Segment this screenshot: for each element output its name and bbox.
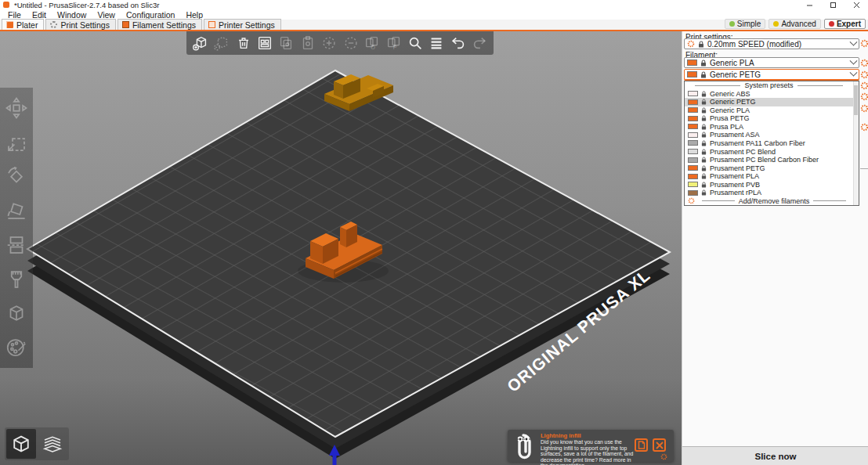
filament-5-gear-button[interactable] — [860, 104, 868, 113]
settings-panel: Print settings: 0.20mm SPEED (modified) … — [682, 31, 868, 465]
tab-plater[interactable]: Plater — [2, 19, 44, 30]
lock-icon — [700, 71, 707, 78]
filament-preset-item[interactable]: Prusament rPLA — [685, 189, 853, 197]
filament-2-gear-button[interactable] — [860, 70, 868, 79]
open-documentation-button[interactable] — [635, 438, 648, 452]
tab-filament-settings[interactable]: Filament Settings — [118, 19, 202, 30]
lock-icon — [701, 173, 707, 179]
filament-color-swatch — [688, 116, 698, 121]
paste-button[interactable] — [298, 34, 317, 52]
place-on-face-gizmo-button[interactable] — [4, 198, 29, 223]
filament-3-gear-button[interactable] — [860, 81, 868, 90]
add-object-button[interactable] — [191, 34, 210, 52]
3d-editor-view-button[interactable] — [6, 429, 36, 459]
menu-item[interactable]: Configuration — [121, 10, 179, 20]
tab-printer-settings[interactable]: Printer Settings — [204, 19, 281, 30]
filament-color-swatch — [688, 124, 698, 129]
3d-viewport[interactable]: ORIGINAL PRUSA XL — [0, 31, 682, 465]
menu-item[interactable]: View — [92, 10, 120, 20]
filament-preset-item[interactable]: Prusament PC Blend Carbon Fiber — [685, 156, 853, 164]
move-gizmo-button[interactable] — [4, 96, 29, 121]
window-title: *Untitled - PrusaSlicer-2.7.4 based on S… — [14, 1, 159, 9]
remove-instance-button[interactable] — [342, 34, 360, 52]
delete-object-button[interactable] — [212, 34, 231, 52]
tab-bar: Plater Print Settings Filament Settings … — [0, 20, 868, 31]
seam-painting-gizmo-button[interactable] — [4, 301, 29, 326]
mode-button[interactable]: Simple — [725, 19, 766, 29]
add-remove-filaments-item[interactable]: Add/Remove filaments — [685, 196, 853, 205]
variable-layer-height-button[interactable] — [427, 34, 446, 52]
printer-icon — [208, 21, 215, 28]
menu-item[interactable]: File — [3, 10, 26, 20]
multimaterial-painting-gizmo-button[interactable] — [4, 335, 29, 360]
close-button[interactable] — [844, 0, 868, 9]
add-instance-button[interactable] — [320, 34, 338, 52]
wrench-gear-icon — [688, 197, 695, 204]
filament-preset-item[interactable]: Generic ABS — [685, 90, 853, 99]
lock-icon — [698, 41, 704, 48]
lock-icon — [701, 124, 707, 130]
rotate-gizmo-button[interactable] — [4, 164, 29, 189]
chevron-down-icon — [850, 56, 858, 64]
preview-view-button[interactable] — [38, 429, 67, 459]
notification-lightning-infill: Lightning infill Did you know that you c… — [508, 430, 674, 462]
filament-icon — [122, 21, 129, 28]
maximize-button[interactable] — [821, 0, 844, 9]
redo-button[interactable] — [470, 34, 489, 52]
filament-preset-item[interactable]: Generic PETG — [685, 98, 853, 106]
print-settings-gear-button[interactable] — [860, 39, 868, 48]
scrollbar-thumb[interactable] — [854, 85, 858, 115]
menu-item[interactable]: Edit — [27, 10, 51, 20]
minimize-button[interactable] — [797, 0, 821, 9]
delete-all-button[interactable] — [234, 34, 253, 52]
split-to-parts-button[interactable]: P — [385, 34, 403, 52]
mode-button[interactable]: Expert — [824, 19, 866, 29]
search-button[interactable] — [406, 34, 425, 52]
lock-icon — [701, 140, 707, 146]
app-icon — [3, 2, 9, 8]
filament-color-swatch — [688, 165, 698, 171]
notification-close-icon[interactable] — [653, 438, 666, 452]
dropdown-scrollbar[interactable] — [853, 81, 859, 205]
paint-on-supports-gizmo-button[interactable] — [4, 267, 29, 292]
print-preset-combo[interactable]: 0.20mm SPEED (modified) — [684, 38, 859, 49]
mode-dot-icon — [829, 21, 834, 27]
scale-gizmo-button[interactable] — [4, 130, 29, 155]
filament-preset-item[interactable]: Prusament PC Blend — [685, 147, 853, 156]
lock-icon — [701, 107, 707, 114]
slice-now-button[interactable]: Slice now — [682, 446, 868, 465]
filament-preset-item[interactable]: Prusament PLA — [685, 172, 853, 181]
filament-combo-2[interactable]: Generic PETG — [684, 69, 859, 80]
filament-preset-item[interactable]: Prusa PLA — [685, 123, 853, 132]
filament-preset-item[interactable]: Prusa PETG — [685, 114, 853, 123]
mode-button[interactable]: Advanced — [769, 19, 820, 29]
mode-switcher: Simple Advanced Expert — [725, 19, 866, 29]
filament-preset-item[interactable]: Prusament PETG — [685, 164, 853, 172]
lock-icon — [701, 99, 707, 105]
filament-color-swatch — [688, 149, 698, 154]
filament-preset-item[interactable]: Generic PLA — [685, 106, 853, 115]
notification-body: Did you know that you can use the Lightn… — [541, 439, 638, 465]
printer-gear-button[interactable] — [860, 123, 868, 132]
filament-combo-1[interactable]: Generic PLA — [684, 57, 859, 68]
arrange-button[interactable] — [255, 34, 274, 52]
svg-text:P: P — [392, 44, 396, 51]
filament-preset-item[interactable]: Prusament PVB — [685, 180, 853, 189]
filament-4-gear-button[interactable] — [860, 92, 868, 101]
split-to-objects-button[interactable]: O — [363, 34, 382, 52]
svg-text:O: O — [371, 44, 375, 51]
filament-preset-dropdown: System presets Generic ABS Generic PETG — [684, 81, 859, 206]
cut-gizmo-button[interactable] — [4, 232, 29, 258]
filament-1-gear-button[interactable] — [860, 59, 868, 67]
gear-icon — [50, 21, 57, 28]
notification-gear-icon[interactable] — [660, 453, 667, 460]
menu-item[interactable]: Window — [52, 10, 91, 20]
filament-preset-item[interactable]: Prusament ASA — [685, 131, 853, 139]
copy-button[interactable] — [277, 34, 295, 52]
menu-item[interactable]: Help — [181, 10, 208, 20]
prusaslicer-window: *Untitled - PrusaSlicer-2.7.4 based on S… — [0, 0, 868, 465]
preset-gear-icon — [687, 40, 695, 48]
tab-print-settings[interactable]: Print Settings — [45, 19, 115, 30]
undo-button[interactable] — [449, 34, 468, 52]
filament-preset-item[interactable]: Prusament PA11 Carbon Fiber — [685, 139, 853, 148]
